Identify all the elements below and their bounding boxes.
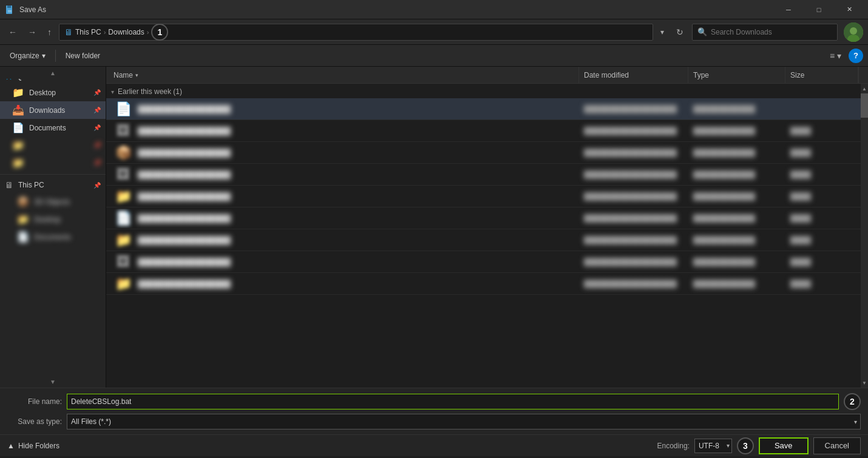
svg-rect-3 — [8, 12, 12, 12]
extra2-folder-icon: 📁 — [12, 157, 24, 169]
hide-folders-button[interactable]: ▲ Hide Folders — [7, 442, 59, 450]
nav-dropdown-button[interactable]: ▾ — [657, 25, 668, 39]
search-box: 🔍 — [692, 24, 838, 41]
help-button[interactable]: ? — [849, 49, 863, 63]
file-name-input[interactable] — [67, 394, 839, 409]
file-icon: 📦 — [115, 145, 132, 161]
forward-button[interactable]: → — [24, 25, 40, 39]
svg-rect-2 — [8, 10, 12, 11]
save-button[interactable]: Save — [759, 437, 809, 454]
table-row[interactable]: 📄 ██████████████████ ██████████████████ … — [106, 98, 861, 120]
file-name-text: ██████████████████ — [138, 236, 231, 244]
file-list-with-scroll: ▾ Earlier this week (1) 📄 ██████████████… — [106, 84, 868, 388]
organize-label: Organize — [10, 52, 39, 60]
organize-button[interactable]: Organize ▾ — [5, 47, 50, 64]
file-type-cell: ████████████ — [688, 258, 785, 266]
sidebar-item-desktop2[interactable]: 📁 Desktop — [0, 210, 106, 228]
sidebar-documents-label: Documents — [29, 124, 66, 132]
sidebar-item-desktop[interactable]: 📁 Desktop 📌 — [0, 84, 106, 101]
sidebar-item-extra2[interactable]: 📁 📌 — [0, 154, 106, 172]
scroll-track[interactable] — [861, 93, 868, 378]
vertical-scrollbar[interactable]: ▲ ▼ — [861, 84, 868, 388]
extra1-folder-icon: 📁 — [12, 140, 24, 151]
column-header-size[interactable]: Size — [785, 67, 858, 83]
table-row[interactable]: 📁 ██████████████████ ██████████████████ … — [106, 273, 861, 295]
sidebar-scroll-down-button[interactable]: ▼ — [0, 375, 106, 388]
file-name-label: File name: — [7, 397, 62, 406]
table-row[interactable]: 📦 ██████████████████ ██████████████████ … — [106, 142, 861, 164]
file-size-cell: ████ — [785, 149, 858, 157]
file-thumbnail: 📄 — [114, 99, 133, 119]
file-size-cell: ████ — [785, 214, 858, 223]
file-thumbnail: 📄 — [114, 209, 133, 228]
file-name-cell: 📦 ██████████████████ — [109, 143, 579, 163]
title-bar-title: Save As — [19, 5, 46, 14]
column-header-name[interactable]: Name ▾ — [109, 67, 579, 83]
documents-pin-icon: 📌 — [93, 124, 101, 131]
sidebar-desktop2-label: Desktop — [34, 215, 61, 224]
sidebar-item-documents[interactable]: 📄 Documents 📌 — [0, 119, 106, 136]
sidebar-3d-label: 3D Objects — [34, 198, 70, 206]
column-header-date[interactable]: Date modified — [579, 67, 688, 83]
column-header-type[interactable]: Type — [688, 67, 785, 83]
this-pc-pin-icon: 📌 — [93, 182, 101, 189]
view-button[interactable]: ≡ ▾ — [826, 49, 845, 63]
file-name-cell: 📄 ██████████████████ — [109, 99, 579, 119]
downloads-folder-icon: 📥 — [12, 104, 24, 116]
back-button[interactable]: ← — [5, 25, 21, 39]
breadcrumb-separator-2: › — [147, 29, 149, 36]
file-date-cell: ██████████████████ — [579, 280, 688, 288]
column-header: Name ▾ Date modified Type Size — [106, 67, 868, 84]
save-as-type-select[interactable]: All Files (*.*) — [67, 414, 861, 429]
file-icon: 📁 — [115, 189, 132, 204]
breadcrumb-folder-icon: 🖥 — [64, 27, 73, 37]
new-folder-button[interactable]: New folder — [61, 47, 105, 64]
search-input[interactable] — [711, 28, 832, 36]
maximize-button[interactable]: □ — [805, 0, 833, 19]
file-list-scroll[interactable]: ▾ Earlier this week (1) 📄 ██████████████… — [106, 84, 861, 388]
sidebar-item-extra1[interactable]: 📁 📌 — [0, 136, 106, 154]
file-size-cell: ████ — [785, 127, 858, 135]
minimize-button[interactable]: ─ — [775, 0, 802, 19]
sidebar-item-3d-objects[interactable]: 📦 3D Objects — [0, 193, 106, 210]
file-name-text: ██████████████████ — [138, 258, 231, 266]
group-chevron-icon: ▾ — [111, 89, 114, 95]
encoding-select[interactable]: UTF-8 — [694, 439, 732, 453]
table-row[interactable]: 📁 ██████████████████ ██████████████████ … — [106, 186, 861, 207]
table-row[interactable]: 📁 ██████████████████ ██████████████████ … — [106, 229, 861, 251]
organize-arrow-icon: ▾ — [42, 52, 46, 60]
file-name-cell: 🖼 ██████████████████ — [109, 121, 579, 141]
file-name-cell: 📄 ██████████████████ — [109, 209, 579, 228]
file-type-cell: ████████████ — [688, 214, 785, 223]
cancel-button[interactable]: Cancel — [813, 437, 861, 454]
sidebar-item-documents2[interactable]: 📄 Documents — [0, 228, 106, 246]
scroll-down-arrow-icon[interactable]: ▼ — [861, 378, 868, 388]
sidebar-item-downloads[interactable]: 📥 Downloads 📌 — [0, 101, 106, 119]
table-row[interactable]: 🖼 ██████████████████ ██████████████████ … — [106, 251, 861, 273]
sidebar-scroll-up-button[interactable]: ▲ — [0, 67, 106, 79]
scroll-thumb[interactable] — [861, 93, 868, 118]
file-name-cell: 📁 ██████████████████ — [109, 231, 579, 250]
table-row[interactable]: 🖼 ██████████████████ ██████████████████ … — [106, 164, 861, 186]
close-button[interactable]: ✕ — [835, 0, 863, 19]
sidebar: ▲ ★ Quick access 📁 Desktop 📌 📥 Downloads… — [0, 67, 106, 388]
file-icon: 🖼 — [117, 254, 130, 270]
breadcrumb-item-downloads[interactable]: Downloads › — [108, 28, 149, 36]
sidebar-desktop-label: Desktop — [29, 89, 56, 97]
file-name-text: ██████████████████ — [138, 105, 231, 113]
sidebar-item-this-pc[interactable]: 🖥 This PC 📌 — [0, 177, 106, 193]
nav-bar: ← → ↑ 🖥 This PC › Downloads › 1 ▾ ↻ 🔍 — [0, 19, 868, 45]
table-row[interactable]: 🖼 ██████████████████ ██████████████████ … — [106, 120, 861, 142]
file-thumbnail: 📁 — [114, 274, 133, 294]
file-icon: 📄 — [115, 210, 132, 226]
breadcrumb-item-thispc[interactable]: This PC › — [75, 28, 106, 36]
svg-rect-1 — [7, 5, 11, 8]
scroll-up-arrow-icon[interactable]: ▲ — [861, 84, 868, 93]
file-name-row: File name: 2 — [7, 393, 861, 410]
table-row[interactable]: 📄 ██████████████████ ██████████████████ … — [106, 207, 861, 229]
file-date-cell: ██████████████████ — [579, 149, 688, 157]
svg-point-5 — [850, 27, 857, 35]
file-date-cell: ██████████████████ — [579, 127, 688, 135]
up-button[interactable]: ↑ — [44, 25, 55, 39]
refresh-button[interactable]: ↻ — [671, 25, 688, 39]
